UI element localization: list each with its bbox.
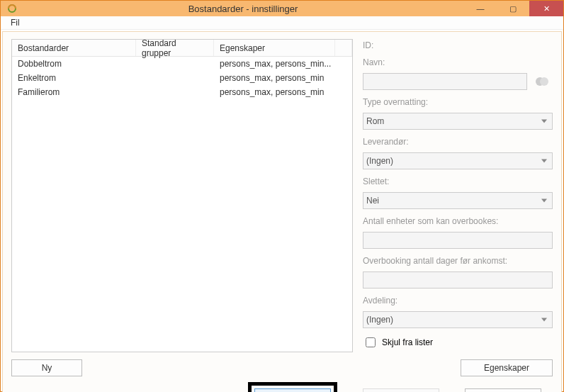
save-button-highlight: Lagre <box>248 382 337 392</box>
close-icon: ✕ <box>543 5 550 13</box>
cell-name: Enkeltrom <box>12 73 136 83</box>
window-title: Bostandarder - innstillinger <box>22 4 464 14</box>
cell-props: persons_max, persons_min <box>214 73 352 83</box>
overbook-days-field[interactable] <box>363 271 553 289</box>
leverandor-select-wrap: (Ingen) <box>363 152 553 169</box>
slettet-label: Slettet: <box>363 177 553 186</box>
cell-name: Dobbeltrom <box>12 59 136 69</box>
apply-button[interactable]: Bruk <box>363 388 439 392</box>
overbook-units-field[interactable] <box>363 232 553 249</box>
titlebar: Bostandarder - innstillinger — ▢ ✕ <box>1 1 563 16</box>
navn-field[interactable] <box>363 73 527 90</box>
svg-point-1 <box>540 77 548 86</box>
type-select[interactable]: Rom <box>363 113 553 130</box>
cell-props: persons_max, persons_min <box>214 87 352 97</box>
col-header-standard-grupper[interactable]: Standard grupper <box>136 40 214 56</box>
overbook-days-label: Overbooking antall dager før ankomst: <box>363 256 553 266</box>
col-header-bostandarder[interactable]: Bostandarder <box>12 40 136 56</box>
app-icon <box>6 3 18 14</box>
slettet-select-wrap: Nei <box>363 192 553 209</box>
footer-buttons: Lagre Bruk Avbryt <box>11 376 553 392</box>
close-button[interactable]: ✕ <box>529 1 563 16</box>
new-button[interactable]: Ny <box>11 359 82 376</box>
avdeling-select[interactable]: (Ingen) <box>363 311 553 328</box>
right-button-row: Egenskaper <box>363 359 553 376</box>
upper-area: Bostandarder Standard grupper Egenskaper… <box>11 39 553 376</box>
overbook-units-label: Antall enheter som kan overbookes: <box>363 216 553 226</box>
standards-table: Bostandarder Standard grupper Egenskaper… <box>11 39 353 352</box>
table-row[interactable]: Dobbeltrom persons_max, persons_min... <box>12 57 352 71</box>
table-header: Bostandarder Standard grupper Egenskaper <box>12 40 352 57</box>
cell-name: Familierom <box>12 87 136 97</box>
type-label: Type overnatting: <box>363 97 553 107</box>
right-column: ID: Navn: Type overnatting: Rom Leverand… <box>363 39 553 376</box>
table-row[interactable]: Familierom persons_max, persons_min <box>12 85 352 99</box>
minimize-icon: — <box>477 5 485 13</box>
col-header-egenskaper[interactable]: Egenskaper <box>214 40 335 56</box>
table-row[interactable]: Enkeltrom persons_max, persons_min <box>12 71 352 85</box>
table-body[interactable]: Dobbeltrom persons_max, persons_min... E… <box>12 57 352 352</box>
left-button-row: Ny <box>11 359 353 376</box>
chain-icon <box>6 3 18 14</box>
content-area: Bostandarder Standard grupper Egenskaper… <box>2 31 562 392</box>
left-column: Bostandarder Standard grupper Egenskaper… <box>11 39 353 376</box>
navn-label: Navn: <box>363 57 553 67</box>
id-label: ID: <box>363 40 553 50</box>
settings-window: Bostandarder - innstillinger — ▢ ✕ Fil B… <box>0 0 564 392</box>
skjul-row: Skjul fra lister <box>363 335 553 349</box>
maximize-icon: ▢ <box>509 5 517 13</box>
properties-button[interactable]: Egenskaper <box>461 359 553 376</box>
maximize-button[interactable]: ▢ <box>497 1 529 16</box>
slettet-select[interactable]: Nei <box>363 192 553 209</box>
cancel-button[interactable]: Avbryt <box>465 388 541 392</box>
save-button[interactable]: Lagre <box>254 388 331 392</box>
menubar: Fil <box>1 16 563 30</box>
leverandor-label: Leverandør: <box>363 137 553 147</box>
globe-icon[interactable] <box>531 73 553 90</box>
minimize-button[interactable]: — <box>464 1 497 16</box>
avdeling-select-wrap: (Ingen) <box>363 311 553 328</box>
skjul-checkbox[interactable] <box>366 337 376 347</box>
type-select-wrap: Rom <box>363 113 553 130</box>
avdeling-label: Avdeling: <box>363 296 553 306</box>
menu-file[interactable]: Fil <box>5 16 26 29</box>
leverandor-select[interactable]: (Ingen) <box>363 152 553 169</box>
col-header-spacer <box>335 40 352 56</box>
cell-props: persons_max, persons_min... <box>214 59 352 69</box>
window-controls: — ▢ ✕ <box>464 1 563 16</box>
skjul-label: Skjul fra lister <box>382 337 433 347</box>
